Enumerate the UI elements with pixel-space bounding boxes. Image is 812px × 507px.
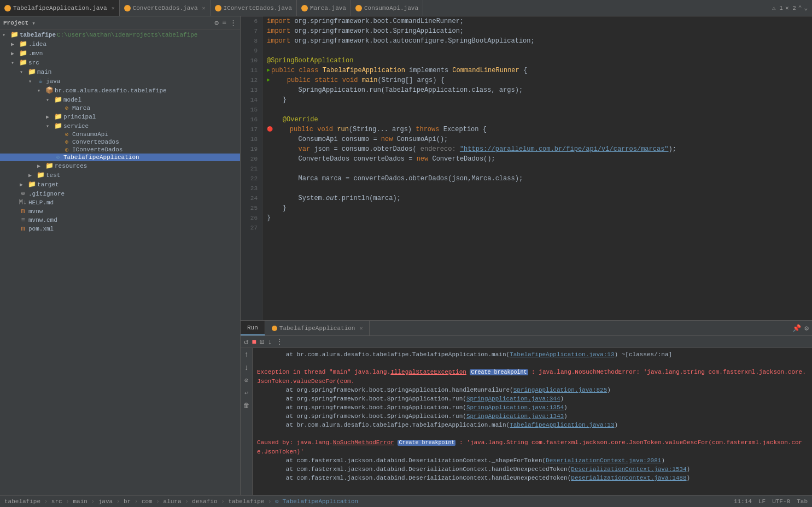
tree-item-idea[interactable]: ▶ 📁 .idea xyxy=(0,39,240,49)
settings-icon[interactable]: ⚙ xyxy=(804,324,809,333)
settings-icon[interactable]: ⚙ xyxy=(214,19,219,27)
status-bar-right: 11:14 LF UTF-8 Tab xyxy=(734,498,808,505)
project-chevron[interactable]: ▾ xyxy=(32,20,36,27)
scroll-icon[interactable]: ↓ xyxy=(267,338,272,346)
tree-item-java[interactable]: ▾ ☕ java xyxy=(0,76,240,86)
expand-icon[interactable]: ⌃ xyxy=(798,4,802,11)
encoding[interactable]: UTF-8 xyxy=(772,498,790,505)
expand-arrow: ▶ xyxy=(20,181,27,188)
code-container[interactable]: 6 7 8 9 10 11 12 13 14 15 16 17 18 19 xyxy=(241,16,812,320)
filter-icon[interactable]: ⊘ xyxy=(244,376,248,385)
tree-item-mvnw-cmd[interactable]: ≡ mvnw.cmd xyxy=(0,216,240,225)
code-line-8: import org.springframework.boot.autoconf… xyxy=(267,36,812,46)
console-link[interactable]: SpringApplication.java:825 xyxy=(513,387,607,393)
console-line: at br.com.alura.desafio.tabelafipe.Tabel… xyxy=(257,421,808,429)
up-icon[interactable]: ↑ xyxy=(244,350,248,359)
debug-gutter-icon[interactable]: 🔴 xyxy=(267,125,273,134)
tab-close-icon[interactable]: ✕ xyxy=(202,5,206,11)
tree-label: TabelafipeApplication xyxy=(62,154,139,161)
tree-item-mvn[interactable]: ▶ 📁 .mvn xyxy=(0,49,240,58)
stop-icon[interactable]: ■ xyxy=(252,338,256,346)
java-file-icon xyxy=(4,5,11,11)
more-icon[interactable]: ⋮ xyxy=(276,337,283,346)
wrap-icon[interactable]: ↩ xyxy=(244,389,248,397)
console-line-exception: Exception in thread "main" java.lang.Ill… xyxy=(257,368,808,386)
warning-badge: ⚠ 1 xyxy=(772,4,783,11)
tab-converte-dados[interactable]: ConverteDados.java ✕ xyxy=(120,0,211,16)
exception-link[interactable]: IllegalStateException xyxy=(390,369,466,375)
line-sep[interactable]: LF xyxy=(758,498,766,505)
tree-item-pom-xml[interactable]: m pom.xml xyxy=(0,225,240,233)
tree-item-tabelafipe-app[interactable]: ⊙ TabelafipeApplication xyxy=(0,154,240,161)
bottom-tab-app[interactable]: TabelafipeApplication ✕ xyxy=(265,321,370,335)
console-link[interactable]: DeserializationContext.java:1488 xyxy=(571,475,686,481)
console-link[interactable]: DeserializationContext.java:2081 xyxy=(546,457,661,464)
tab-tabelafipe-app[interactable]: TabelafipeApplication.java ✕ xyxy=(0,0,120,16)
tab-close-icon[interactable]: ✕ xyxy=(112,5,115,11)
java-file-icon xyxy=(272,326,277,331)
tree-item-package[interactable]: ▾ 📦 br.com.alura.desafio.tabelafipe xyxy=(0,86,240,95)
tab-marca[interactable]: Marca.java xyxy=(297,0,351,16)
restore-icon[interactable]: ⊡ xyxy=(260,337,264,346)
tree-item-iconverte-dados[interactable]: ◎ IConverteDados xyxy=(0,146,240,154)
expand-arrow: ▾ xyxy=(2,32,10,38)
tree-item-tabelafipe[interactable]: ▾ 📁 tabelafipe C:\Users\Nathan\IdeaProje… xyxy=(0,30,240,39)
console-link[interactable]: TabelafipeApplication.java:13 xyxy=(510,422,614,428)
sidebar-header: Project ▾ ⚙ ≡ ⋮ xyxy=(0,16,240,30)
git-icon: ⊗ xyxy=(19,190,27,198)
collapse-all-icon[interactable]: ≡ xyxy=(222,19,226,27)
console-line-caused: Caused by: java.lang.NoSuchMethodError C… xyxy=(257,438,808,456)
tree-label: Marca xyxy=(71,105,90,111)
tree-item-principal[interactable]: ▶ 📁 principal xyxy=(0,112,240,121)
run-gutter-icon[interactable]: ▶ xyxy=(267,75,270,85)
tree-item-src[interactable]: ▾ 📁 src xyxy=(0,58,240,67)
tree-item-resources[interactable]: ▶ 📁 resources xyxy=(0,161,240,170)
console-link[interactable]: DeserializationContext.java:1534 xyxy=(571,466,686,473)
create-breakpoint-badge[interactable]: Create breakpoint xyxy=(470,369,528,375)
clear-icon[interactable]: 🗑 xyxy=(243,402,250,410)
expand-arrow: ▾ xyxy=(37,87,45,94)
indent[interactable]: Tab xyxy=(797,498,808,505)
tree-label: .gitignore xyxy=(27,191,65,197)
bottom-tab-close-icon[interactable]: ✕ xyxy=(359,325,363,332)
more-icon[interactable]: ⋮ xyxy=(230,19,237,27)
console-link[interactable]: SpringApplication.java:1354 xyxy=(466,404,564,411)
rerun-icon[interactable]: ↺ xyxy=(244,337,248,346)
tree-label: mvnw.cmd xyxy=(27,217,57,223)
tab-label: TabelafipeApplication.java xyxy=(13,5,107,11)
run-gutter-icon[interactable]: ▶ xyxy=(267,66,270,75)
tree-label: IConverteDados xyxy=(71,146,122,153)
console-link[interactable]: TabelafipeApplication.java:13 xyxy=(510,351,614,358)
expand-arrow: ▶ xyxy=(37,163,45,169)
tree-item-help-md[interactable]: M↓ HELP.md xyxy=(0,198,240,207)
status-bar: tabelafipe › src › main › java › br › co… xyxy=(0,495,812,507)
folder-icon: 📁 xyxy=(19,58,27,67)
folder-icon: 📁 xyxy=(19,49,27,57)
collapse-icon[interactable]: ⌄ xyxy=(804,4,808,11)
tree-item-main[interactable]: ▾ 📁 main xyxy=(0,67,240,76)
tree-item-marca[interactable]: ⊙ Marca xyxy=(0,104,240,112)
tree-item-converte-dados[interactable]: ⊙ ConverteDados xyxy=(0,138,240,146)
tab-iconverte-dados[interactable]: IConverteDados.java xyxy=(211,0,297,16)
tree-item-gitignore[interactable]: ⊗ .gitignore xyxy=(0,189,240,198)
sidebar-header-icons: ⚙ ≡ ⋮ xyxy=(214,19,237,27)
tree-item-consumo-api[interactable]: ⊙ ConsumoApi xyxy=(0,131,240,138)
pin-icon[interactable]: 📌 xyxy=(792,324,801,333)
tree-item-target[interactable]: ▶ 📁 target xyxy=(0,180,240,189)
tree-item-test[interactable]: ▶ 📁 test xyxy=(0,170,240,180)
console-line: at br.com.alura.desafio.tabelafipe.Tabel… xyxy=(257,350,808,359)
code-line-21 xyxy=(267,164,812,174)
create-breakpoint-badge-2[interactable]: Create breakpoint xyxy=(398,440,455,446)
folder-icon: 📁 xyxy=(10,31,19,39)
tab-consumo-api[interactable]: ConsumoApi.java xyxy=(351,0,423,16)
line-col[interactable]: 11:14 xyxy=(734,498,752,505)
console-link[interactable]: SpringApplication.java:344 xyxy=(466,396,560,402)
caused-by-link[interactable]: NoSuchMethodError xyxy=(333,439,394,446)
down-icon[interactable]: ↓ xyxy=(244,363,248,372)
tree-item-model[interactable]: ▾ 📁 model xyxy=(0,95,240,104)
bottom-tab-run[interactable]: Run xyxy=(241,321,265,335)
console-link[interactable]: SpringApplication.java:1343 xyxy=(466,413,564,420)
tree-item-mvnw[interactable]: m mvnw xyxy=(0,207,240,216)
tree-item-service[interactable]: ▾ 📁 service xyxy=(0,121,240,131)
package-icon: 📦 xyxy=(45,86,54,95)
